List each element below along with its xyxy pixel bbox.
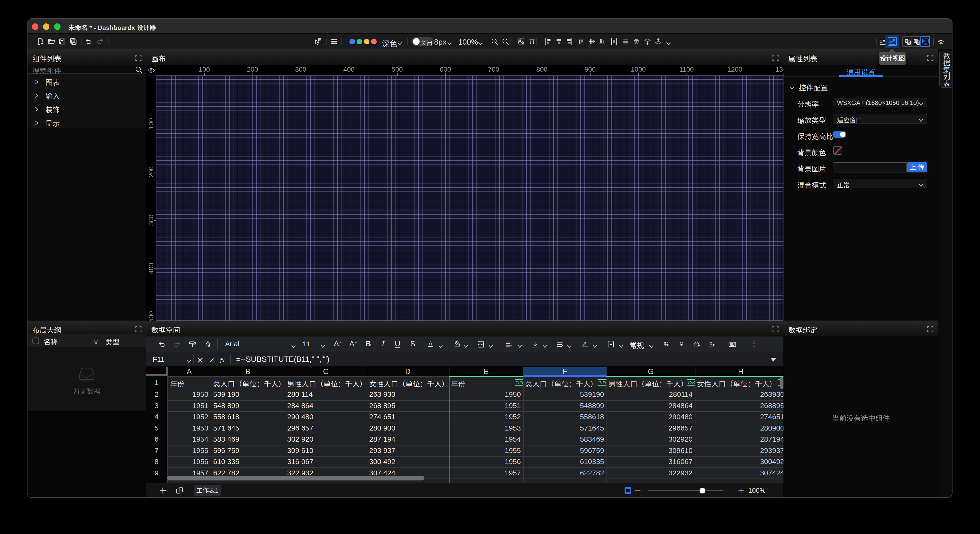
svg-text:.0: .0	[709, 341, 712, 346]
svg-text:fx: fx	[220, 357, 224, 363]
svg-text:.00: .00	[693, 341, 699, 346]
svg-text:En: En	[908, 42, 910, 44]
svg-text:文: 文	[917, 41, 920, 45]
svg-text:¥: ¥	[679, 341, 683, 348]
svg-text:A: A	[429, 340, 433, 346]
svg-text:%: %	[663, 341, 669, 348]
svg-text:OS: OS	[923, 39, 928, 43]
